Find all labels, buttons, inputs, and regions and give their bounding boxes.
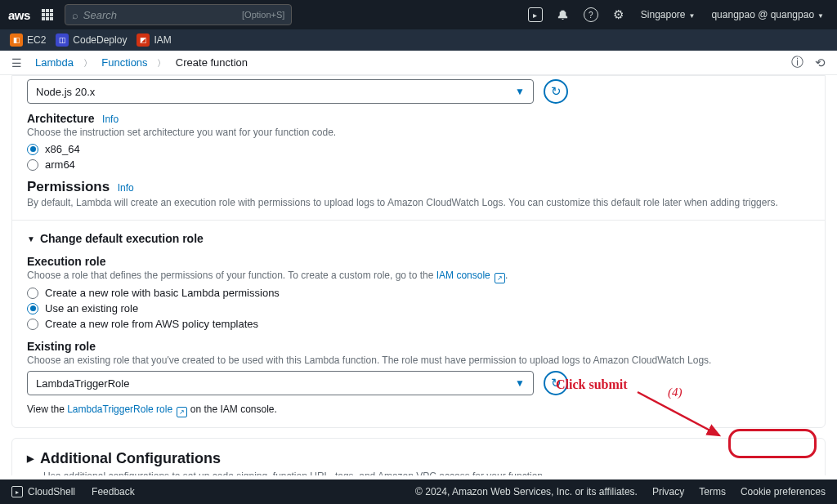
existing-role-hint: Choose an existing role that you've crea… (27, 355, 810, 366)
permissions-heading: Permissions (27, 179, 110, 194)
permissions-hint: By default, Lambda will create an execut… (27, 197, 810, 208)
notifications-icon[interactable]: 🔔︎ (556, 7, 571, 22)
search-shortcut: [Option+S] (242, 10, 284, 20)
service-iam[interactable]: ◩IAM (137, 33, 171, 47)
caret-down-icon: ▼ (27, 234, 35, 243)
feedback-link[interactable]: Feedback (92, 486, 135, 497)
view-role-link[interactable]: LambdaTriggerRole role (67, 404, 172, 415)
cookie-preferences-link[interactable]: Cookie preferences (741, 486, 826, 497)
architecture-arm64-radio[interactable]: arm64 (27, 158, 810, 171)
chevron-down-icon: ▼ (515, 377, 525, 389)
breadcrumb: Lambda 〉 Functions 〉 Create function (35, 56, 248, 69)
create-function-panel: Node.js 20.x ▼ ↻ Architecture Info Choos… (11, 75, 826, 428)
cloudshell-button[interactable]: ▸CloudShell (11, 486, 75, 497)
chevron-down-icon: ▼ (515, 86, 525, 97)
cloudshell-icon[interactable]: ▸ (528, 7, 543, 22)
additional-config-expander[interactable]: ▶ Additional Configurations (27, 450, 810, 467)
execution-role-hint: Choose a role that defines the permissio… (27, 270, 810, 282)
runtime-select[interactable]: Node.js 20.x ▼ (27, 79, 534, 104)
refresh-dashboard-icon[interactable]: ⟲ (815, 56, 826, 70)
aws-logo[interactable]: aws (8, 8, 30, 22)
cloudshell-icon: ▸ (11, 486, 23, 497)
runtime-selected-value: Node.js 20.x (36, 86, 95, 98)
copyright-text: © 2024, Amazon Web Services, Inc. or its… (415, 486, 638, 497)
account-menu[interactable]: quangpao @ quangpao▼ (711, 9, 824, 20)
existing-role-selected-value: LambdaTriggerRole (36, 377, 129, 390)
architecture-label: Architecture (27, 112, 94, 125)
help-icon[interactable]: ? (584, 7, 598, 22)
breadcrumb-row: ☰ Lambda 〉 Functions 〉 Create function ⓘ… (0, 51, 837, 75)
view-role-text: View the LambdaTriggerRole role on the I… (27, 404, 810, 416)
info-icon[interactable]: ⓘ (791, 55, 803, 70)
annotation-number-4: (4) (668, 386, 683, 399)
service-favorites-bar: ◧EC2 ◫CodeDeploy ◩IAM (0, 29, 837, 51)
service-codedeploy[interactable]: ◫CodeDeploy (56, 33, 127, 47)
architecture-info-link[interactable]: Info (102, 114, 119, 125)
architecture-hint: Choose the instruction set architecture … (27, 127, 810, 138)
top-nav: aws ⌕ Search [Option+S] ▸ 🔔︎ ? ⚙ Singapo… (0, 0, 837, 29)
role-use-existing-radio[interactable]: Use an existing role (27, 302, 810, 314)
external-link-icon (177, 407, 187, 417)
services-grid-icon[interactable] (42, 8, 55, 21)
region-selector[interactable]: Singapore▼ (641, 9, 696, 20)
architecture-x86-radio[interactable]: x86_64 (27, 143, 810, 155)
iam-console-link[interactable]: IAM console (436, 270, 490, 281)
breadcrumb-current: Create function (176, 56, 248, 69)
role-from-template-radio[interactable]: Create a new role from AWS policy templa… (27, 318, 810, 330)
terms-link[interactable]: Terms (699, 486, 726, 497)
breadcrumb-functions[interactable]: Functions (101, 56, 147, 69)
external-link-icon (495, 273, 505, 283)
execution-role-label: Execution role (27, 255, 105, 268)
additional-config-panel: ▶ Additional Configurations Use addition… (11, 438, 826, 475)
annotation-click-submit: Click submit (556, 377, 628, 392)
service-ec2[interactable]: ◧EC2 (10, 33, 46, 47)
refresh-runtime-button[interactable]: ↻ (544, 79, 568, 104)
footer: ▸CloudShell Feedback © 2024, Amazon Web … (0, 479, 837, 504)
settings-gear-icon[interactable]: ⚙ (611, 7, 626, 22)
search-placeholder: Search (83, 9, 242, 21)
existing-role-select[interactable]: LambdaTriggerRole ▼ (27, 371, 534, 395)
caret-right-icon: ▶ (27, 453, 34, 464)
privacy-link[interactable]: Privacy (652, 486, 684, 497)
main-content: Node.js 20.x ▼ ↻ Architecture Info Choos… (0, 75, 837, 475)
additional-config-hint: Use additional configurations to set up … (43, 471, 810, 475)
role-create-new-radio[interactable]: Create a new role with basic Lambda perm… (27, 287, 810, 299)
side-menu-toggle-icon[interactable]: ☰ (11, 56, 22, 69)
search-icon: ⌕ (72, 9, 78, 21)
permissions-info-link[interactable]: Info (118, 182, 134, 194)
search-input[interactable]: ⌕ Search [Option+S] (65, 4, 292, 25)
breadcrumb-lambda[interactable]: Lambda (35, 56, 74, 69)
existing-role-label: Existing role (27, 340, 96, 353)
execution-role-expander[interactable]: ▼ Change default execution role (27, 232, 810, 245)
